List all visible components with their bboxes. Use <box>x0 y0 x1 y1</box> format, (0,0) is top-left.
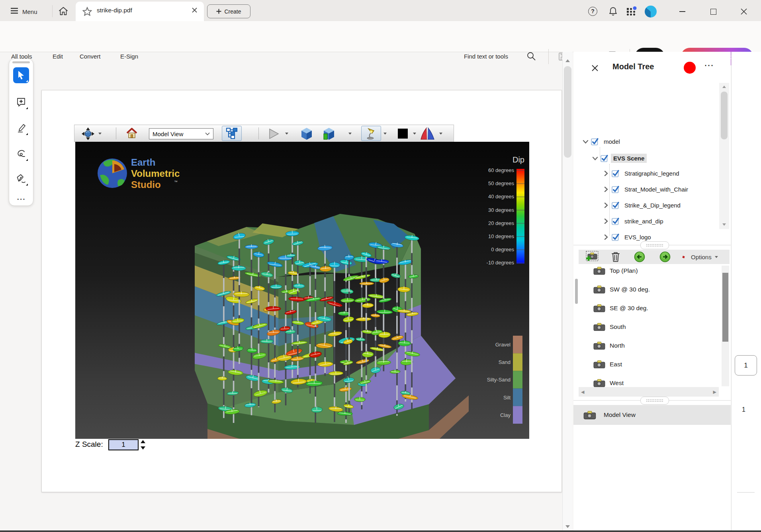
play-animation-icon[interactable] <box>268 128 280 139</box>
view-item-se-30-deg-[interactable]: SE @ 30 deg. <box>593 303 648 313</box>
apps-grid-icon[interactable] <box>626 6 638 17</box>
scroll-thumb[interactable] <box>564 66 571 158</box>
tree-node-label[interactable]: Strat_Model_with_Chair <box>622 185 691 194</box>
panel-splitter[interactable] <box>640 241 669 249</box>
checked-checkbox-icon[interactable] <box>612 201 620 209</box>
cube-view-icon[interactable] <box>301 127 313 140</box>
tree-node-strike-dip-legend[interactable]: Strike_&_Dip_legend <box>603 201 683 210</box>
view-item-south[interactable]: South <box>593 322 626 331</box>
rotate-navigate-icon[interactable] <box>80 127 96 141</box>
more-tools-button[interactable]: ⋯ <box>13 191 29 207</box>
chevron-down-icon[interactable] <box>583 140 589 144</box>
tab-close-icon[interactable] <box>192 7 198 13</box>
tree-node-label[interactable]: EVS_logo <box>622 233 653 242</box>
menu-item-convert[interactable]: Convert <box>80 53 101 60</box>
panel-more-icon[interactable]: ⋯ <box>704 60 714 71</box>
dropdown-caret[interactable] <box>439 133 442 135</box>
draw-tool-button[interactable] <box>13 146 29 162</box>
close-button[interactable] <box>737 6 751 18</box>
tree-node-evs-scene[interactable]: EVS Scene <box>592 154 647 163</box>
zscale-input[interactable]: 1 <box>108 439 139 450</box>
prev-view-button[interactable] <box>634 251 645 262</box>
view-item-top-plan-[interactable]: Top (Plan) <box>593 266 638 275</box>
views-left-scroll-indicator[interactable] <box>575 279 578 304</box>
background-color-swatch[interactable] <box>398 129 408 139</box>
cube-clip-icon[interactable] <box>322 127 336 140</box>
tree-node-strat-model-with-chair[interactable]: Strat_Model_with_Chair <box>603 185 691 194</box>
tree-node-evs-logo[interactable]: EVS_logo <box>603 233 653 242</box>
find-label[interactable]: Find text or tools <box>464 53 508 60</box>
record-indicator[interactable] <box>684 62 696 74</box>
tree-node-label[interactable]: model <box>601 137 622 146</box>
menu-item-e-sign[interactable]: E-Sign <box>120 53 138 60</box>
select-tool-button[interactable] <box>13 67 29 83</box>
options-caret[interactable] <box>715 256 718 258</box>
evs-3d-scene[interactable]: Earth Volumetric Studio ™ Dip 60 degrees… <box>75 142 529 439</box>
document-scrollbar[interactable] <box>562 52 573 532</box>
zscale-stepper[interactable] <box>140 440 146 450</box>
star-icon[interactable] <box>82 7 92 16</box>
scroll-down-arrow[interactable] <box>565 525 570 528</box>
views-hscrollbar[interactable]: ◀▶ <box>579 387 719 397</box>
dropdown-caret[interactable] <box>98 133 102 135</box>
add-snapshot-button[interactable] <box>585 250 600 263</box>
tree-scrollbar[interactable] <box>719 83 729 229</box>
next-view-button[interactable] <box>659 251 671 262</box>
current-view-row[interactable]: Model View <box>573 405 731 425</box>
document-tab[interactable]: strike-dip.pdf <box>76 2 204 21</box>
scroll-up-arrow[interactable] <box>565 59 570 63</box>
tree-node-model[interactable]: model <box>582 137 622 146</box>
panel-close-icon[interactable] <box>591 65 599 72</box>
dropdown-caret[interactable] <box>413 133 416 135</box>
view-item-west[interactable]: West <box>593 378 624 387</box>
help-icon[interactable]: ? <box>588 7 597 16</box>
view-item-sw-30-deg-[interactable]: SW @ 30 deg. <box>593 285 650 294</box>
view-select-dropdown[interactable]: Model View <box>149 128 213 139</box>
tree-node-label[interactable]: Strike_&_Dip_legend <box>622 201 683 210</box>
checked-checkbox-icon[interactable] <box>612 217 620 225</box>
lighting-button[interactable] <box>361 126 381 141</box>
search-icon[interactable] <box>526 51 536 61</box>
minimize-button[interactable] <box>676 6 689 18</box>
colormap-icon[interactable] <box>419 127 436 141</box>
create-button[interactable]: Create <box>207 4 250 18</box>
hamburger-menu-icon[interactable] <box>10 8 18 14</box>
delete-view-button[interactable] <box>611 251 620 262</box>
chevron-right-icon[interactable] <box>604 202 608 208</box>
notifications-bell-icon[interactable] <box>608 6 618 16</box>
chevron-right-icon[interactable] <box>604 218 608 224</box>
tree-node-label[interactable]: strike_and_dip <box>622 217 666 226</box>
chevron-right-icon[interactable] <box>604 170 608 176</box>
checked-checkbox-icon[interactable] <box>612 233 620 241</box>
checked-checkbox-icon[interactable] <box>601 155 608 162</box>
tree-node-label[interactable]: Stratigraphic_legend <box>622 169 682 178</box>
tree-node-stratigraphic-legend[interactable]: Stratigraphic_legend <box>603 169 682 178</box>
evs-home-icon[interactable] <box>126 128 137 139</box>
chevron-right-icon[interactable] <box>604 186 608 192</box>
tree-node-strike-and-dip[interactable]: strike_and_dip <box>603 217 666 226</box>
dropdown-caret[interactable] <box>285 133 288 135</box>
views-scrollbar[interactable] <box>722 266 729 386</box>
maximize-button[interactable] <box>707 6 720 18</box>
view-item-east[interactable]: East <box>593 360 622 369</box>
page-number-box[interactable]: 1 <box>735 355 757 376</box>
view-item-north[interactable]: North <box>593 341 625 350</box>
checked-checkbox-icon[interactable] <box>591 138 599 146</box>
highlight-tool-button[interactable] <box>13 120 29 136</box>
sign-tool-button[interactable] <box>13 171 29 187</box>
home-icon[interactable] <box>58 6 68 16</box>
dropdown-caret[interactable] <box>348 133 352 135</box>
menu-label[interactable]: Menu <box>22 8 37 15</box>
panel-splitter-2[interactable] <box>640 397 669 405</box>
options-label[interactable]: Options <box>691 254 712 260</box>
chevron-down-icon[interactable] <box>592 156 598 160</box>
add-comment-button[interactable] <box>13 94 29 110</box>
checked-checkbox-icon[interactable] <box>612 186 620 194</box>
checked-checkbox-icon[interactable] <box>612 170 620 178</box>
dropdown-caret[interactable] <box>383 133 387 135</box>
account-avatar[interactable] <box>645 6 657 18</box>
chevron-right-icon[interactable] <box>604 234 608 240</box>
drag-handle[interactable] <box>12 61 30 63</box>
model-tree-toggle-button[interactable] <box>222 126 242 141</box>
menu-item-edit[interactable]: Edit <box>53 53 63 60</box>
